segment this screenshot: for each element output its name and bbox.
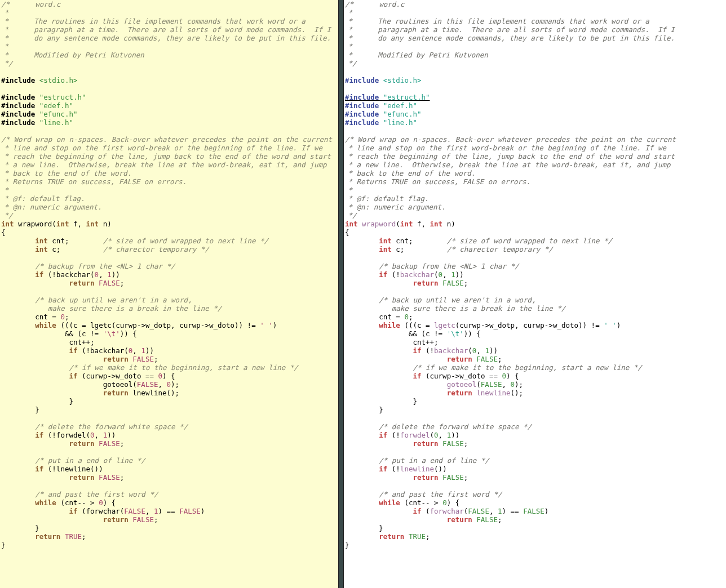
- if-lnewline-r: if (!lnewline()): [344, 465, 447, 473]
- return-false4-r: return FALSE;: [344, 473, 468, 482]
- brace-close-while2: }: [0, 524, 39, 532]
- return-false5: return FALSE;: [0, 515, 158, 524]
- comment-backup-word: /* back up until we aren't in a word,: [0, 296, 192, 304]
- brace-open: {: [0, 228, 6, 237]
- comment-backup-nl: /* backup from the <NL> 1 char */: [0, 262, 175, 270]
- comment-put-eol-r: /* put in a end of line */: [344, 456, 489, 465]
- return-false2: return FALSE;: [0, 355, 158, 363]
- blank-line: [0, 287, 6, 296]
- if-backchar-r: if (!backchar(0, 1)): [344, 270, 464, 279]
- blank-line: [344, 68, 349, 76]
- if-forwdel: if (!forwdel(0, 1)): [0, 431, 116, 439]
- return-false: return FALSE;: [0, 279, 124, 287]
- comment-backup-word2-r: make sure there is a break in the line *…: [344, 304, 565, 313]
- comment-delete-ws: /* delete the forward white space */: [0, 422, 188, 431]
- if-backchar: if (!backchar(0, 1)): [0, 270, 120, 279]
- include-estruct-r: #include "estruct.h": [344, 93, 430, 101]
- cnt-inc: cnt++;: [0, 338, 95, 346]
- blank-line: [344, 127, 349, 135]
- if-wdoto-r: if (curwp->w_doto == 0) {: [344, 372, 519, 380]
- cnt-zero-r: cnt = 0;: [344, 313, 413, 321]
- while-cond2: && (c != '\t')) {: [0, 329, 137, 338]
- return-false4: return FALSE;: [0, 473, 124, 482]
- right-code-pane[interactable]: /* word.c * * The routines in this file …: [344, 0, 726, 588]
- decl-cnt: int cnt; /* size of word wrapped to next…: [0, 237, 268, 245]
- blank-line: [0, 448, 6, 456]
- if-backchar2-r: if (!backchar(0, 1)): [344, 346, 498, 355]
- brace-close-inner: }: [0, 397, 73, 406]
- file-header-comment: /* word.c * * The routines in this file …: [0, 0, 331, 68]
- return-false5-r: return FALSE;: [344, 515, 502, 524]
- include-efunc: #include "efunc.h": [0, 110, 77, 118]
- if-lnewline: if (!lnewline()): [0, 465, 103, 473]
- blank-line: [344, 414, 349, 422]
- if-backchar2: if (!backchar(0, 1)): [0, 346, 154, 355]
- blank-line: [344, 448, 349, 456]
- comment-past-first: /* and past the first word */: [0, 490, 158, 498]
- brace-close-while2-r: }: [344, 524, 383, 532]
- decl-c: int c; /* charector temporary */: [0, 245, 209, 253]
- return-false3-r: return FALSE;: [344, 439, 468, 448]
- include-estruct: #include "estruct.h": [0, 93, 86, 101]
- brace-close-fn-r: }: [344, 541, 349, 549]
- brace-close-while-r: }: [344, 406, 383, 414]
- gotoeol: gotoeol(FALSE, 0);: [0, 380, 179, 389]
- if-forwchar-r: if (forwchar(FALSE, 1) == FALSE): [344, 507, 548, 515]
- blank-line: [0, 68, 6, 76]
- if-forwdel-r: if (!forwdel(0, 1)): [344, 431, 459, 439]
- include-line-r: #include "line.h": [344, 118, 417, 127]
- comment-backup-word2: make sure there is a break in the line *…: [0, 304, 222, 313]
- fn-doc-comment-r: /* Word wrap on n-spaces. Back-over what…: [344, 135, 676, 220]
- blank-line: [344, 287, 349, 296]
- include-line: #include "line.h": [0, 118, 73, 127]
- include-stdio-r: #include <stdio.h>: [344, 76, 421, 84]
- cnt-inc-r: cnt++;: [344, 338, 439, 346]
- blank-line: [0, 414, 6, 422]
- while-lgetc-r: while (((c = lgetc(curwp->w_dotp, curwp-…: [344, 321, 621, 329]
- blank-line: [344, 84, 349, 93]
- brace-open-r: {: [344, 228, 349, 237]
- blank-line: [344, 482, 349, 490]
- include-edef-r: #include "edef.h": [344, 101, 417, 110]
- decl-cnt-r: int cnt; /* size of word wrapped to next…: [344, 237, 612, 245]
- decl-c-r: int c; /* charector temporary */: [344, 245, 553, 253]
- comment-backup-nl-r: /* backup from the <NL> 1 char */: [344, 262, 519, 270]
- return-false-r: return FALSE;: [344, 279, 468, 287]
- return-false3: return FALSE;: [0, 439, 124, 448]
- if-forwchar: if (forwchar(FALSE, 1) == FALSE): [0, 507, 205, 515]
- file-header-comment-r: /* word.c * * The routines in this file …: [344, 0, 675, 68]
- include-edef: #include "edef.h": [0, 101, 73, 110]
- blank-line: [0, 482, 6, 490]
- gotoeol-r: gotoeol(FALSE, 0);: [344, 380, 523, 389]
- fn-signature-r: int wrapword(int f, int n): [344, 220, 455, 228]
- pane-divider[interactable]: [338, 0, 344, 588]
- left-code-pane[interactable]: /* word.c * * The routines in this file …: [0, 0, 338, 588]
- comment-put-eol: /* put in a end of line */: [0, 456, 145, 465]
- include-stdio: #include <stdio.h>: [0, 76, 77, 84]
- comment-backup-word-r: /* back up until we aren't in a word,: [344, 296, 536, 304]
- blank-line: [344, 253, 349, 262]
- comment-beginning: /* if we make it to the beginning, start…: [0, 363, 298, 372]
- return-true-r: return TRUE;: [344, 532, 430, 541]
- comment-beginning-r: /* if we make it to the beginning, start…: [344, 363, 642, 372]
- return-lnewline-r: return lnewline();: [344, 389, 523, 397]
- while-cond2-r: && (c != '\t')) {: [344, 329, 481, 338]
- return-true: return TRUE;: [0, 532, 86, 541]
- include-efunc-r: #include "efunc.h": [344, 110, 421, 118]
- fn-signature: int wrapword(int f, int n): [0, 220, 112, 228]
- blank-line: [0, 84, 6, 93]
- brace-close-inner-r: }: [344, 397, 417, 406]
- comment-past-first-r: /* and past the first word */: [344, 490, 502, 498]
- while-lgetc: while (((c = lgetc(curwp->w_dotp, curwp-…: [0, 321, 277, 329]
- if-wdoto: if (curwp->w_doto == 0) {: [0, 372, 175, 380]
- fn-doc-comment: /* Word wrap on n-spaces. Back-over what…: [0, 135, 332, 220]
- return-lnewline: return lnewline();: [0, 389, 179, 397]
- brace-close-fn: }: [0, 541, 6, 549]
- cnt-zero: cnt = 0;: [0, 313, 69, 321]
- blank-line: [0, 253, 6, 262]
- while-cnt-r: while (cnt-- > 0) {: [344, 498, 459, 507]
- comment-delete-ws-r: /* delete the forward white space */: [344, 422, 532, 431]
- while-cnt: while (cnt-- > 0) {: [0, 498, 116, 507]
- brace-close-while: }: [0, 406, 39, 414]
- blank-line: [0, 127, 6, 135]
